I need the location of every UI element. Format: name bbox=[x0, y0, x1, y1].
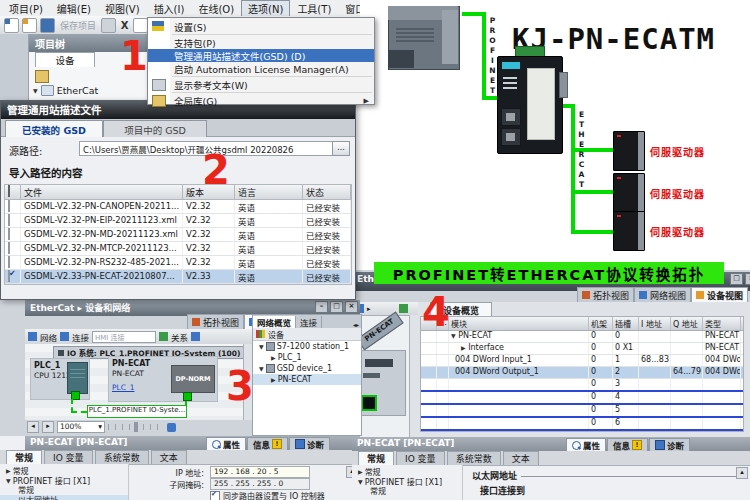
print-icon[interactable] bbox=[101, 18, 116, 33]
table-row[interactable]: 06 bbox=[421, 418, 743, 431]
scroll-left-icon[interactable]: ◂ bbox=[27, 421, 39, 433]
close-icon[interactable]: × bbox=[745, 273, 750, 285]
chevron-down-icon[interactable]: ▼ bbox=[451, 332, 456, 339]
subtab-constants[interactable]: 系统常数 bbox=[95, 450, 149, 464]
col-type[interactable]: 类型 bbox=[703, 317, 741, 330]
table-row[interactable]: 004 DWord Input_1 01 68...83 004 DWord I… bbox=[421, 355, 743, 367]
col-i-address[interactable]: I 地址 bbox=[639, 317, 671, 330]
tab-scroll-icons[interactable]: ◂▸ bbox=[353, 321, 361, 328]
scroll-right-icon[interactable]: ▸ bbox=[42, 421, 54, 433]
open-project-icon[interactable] bbox=[22, 18, 37, 33]
row-checkbox[interactable] bbox=[8, 228, 10, 240]
row-checkbox-checked[interactable] bbox=[8, 270, 10, 282]
fit-view-icon[interactable] bbox=[167, 423, 176, 432]
tab-installed-gsd[interactable]: 已安装的 GSD bbox=[5, 120, 103, 137]
network-mode-label[interactable]: 网络 bbox=[40, 331, 57, 343]
menu-item-license-manager[interactable]: 启动 Automation License Manager(A) bbox=[148, 62, 374, 75]
table-row[interactable]: GSDML-V2.32-PN-CANOPEN-20211...V2.32 英语已… bbox=[5, 200, 351, 214]
menu-insert[interactable]: 插入(I) bbox=[147, 0, 192, 17]
menu-project[interactable]: 项目(P) bbox=[2, 0, 50, 17]
zoom-select[interactable]: 100%▾ bbox=[57, 421, 105, 433]
connections-mode-label[interactable]: 连接 bbox=[72, 331, 89, 343]
subtab-general[interactable]: 常规 bbox=[358, 451, 394, 465]
tree-item-plc1[interactable]: ▶ PLC_1 bbox=[253, 352, 361, 363]
tree-item-station[interactable]: ▼ S7-1200 station_1 bbox=[253, 341, 361, 352]
table-row[interactable]: ▶ Interface 00 X1 PN-ECAT bbox=[421, 343, 743, 355]
tab-network-overview[interactable]: 网络概览 bbox=[253, 316, 296, 328]
tab-properties[interactable]: 属性 bbox=[206, 437, 246, 451]
menu-tools[interactable]: 工具(T) bbox=[290, 0, 338, 17]
save-project-icon[interactable] bbox=[40, 18, 55, 33]
row-checkbox[interactable] bbox=[8, 214, 10, 226]
table-row-selected[interactable]: GSDML-V2.33-PN-ECAT-20210807...V2.33 英语已… bbox=[5, 270, 351, 284]
subtab-io-tags[interactable]: IO 变量 bbox=[44, 450, 93, 464]
table-row[interactable]: 05 bbox=[421, 405, 743, 418]
select-all-cell[interactable] bbox=[5, 185, 21, 199]
tab-info[interactable]: 信息 ! bbox=[247, 437, 288, 451]
add-device-icon[interactable] bbox=[35, 70, 49, 83]
table-row[interactable]: 03 bbox=[421, 379, 743, 392]
menu-item-global-libraries[interactable]: 全局库(G) ▶ bbox=[148, 94, 374, 107]
col-q-address[interactable]: Q 地址 bbox=[671, 317, 703, 330]
tab-topology-view[interactable]: 拓扑视图 bbox=[187, 314, 244, 329]
table-row[interactable]: GSDML-V2.32-PN-MD-20211123.xmlV2.32 英语已经… bbox=[5, 228, 351, 242]
network-mode-icon[interactable] bbox=[28, 332, 37, 341]
subtab-constants[interactable]: 系统常数 bbox=[447, 451, 501, 465]
col-status[interactable]: 状态 bbox=[303, 185, 351, 199]
network-canvas[interactable]: IO 系统: PLC_1.PROFINET IO-System (100) PL… bbox=[25, 344, 243, 420]
col-module[interactable]: 模块 bbox=[449, 317, 589, 330]
minimize-icon[interactable]: – bbox=[315, 301, 328, 313]
tab-network-view[interactable]: 网络视图 bbox=[634, 287, 691, 302]
row-checkbox[interactable] bbox=[8, 242, 10, 254]
browse-button[interactable]: ... bbox=[332, 141, 350, 156]
tab-connections[interactable]: 连接 bbox=[296, 316, 322, 328]
subnet-input[interactable]: 255 . 255 . 255 . 0 bbox=[210, 478, 310, 490]
tab-topology-view[interactable]: 拓扑视图 bbox=[577, 287, 634, 302]
split-view-icon[interactable] bbox=[399, 304, 408, 313]
col-slot[interactable]: 插槽 bbox=[613, 317, 639, 330]
subtab-io-tags[interactable]: IO 变量 bbox=[396, 451, 445, 465]
sync-router-checkbox[interactable] bbox=[210, 491, 220, 500]
relations-label[interactable]: 关系 bbox=[171, 331, 188, 343]
tree-item-general-sub[interactable]: 常规 bbox=[352, 486, 462, 496]
tab-project-gsd[interactable]: 项目中的 GSD bbox=[103, 120, 207, 137]
select-all-icon[interactable] bbox=[8, 185, 10, 197]
module-port-green[interactable] bbox=[361, 395, 377, 411]
gateway-controller-link[interactable]: PLC_1 bbox=[112, 383, 134, 392]
chevron-right-icon[interactable]: ▸ bbox=[367, 305, 371, 313]
table-row[interactable]: GSDML-V2.32-PN-RS232-485-2021...V2.32 英语… bbox=[5, 256, 351, 270]
connections-mode-icon[interactable] bbox=[60, 332, 69, 341]
subtab-texts[interactable]: 文本 bbox=[151, 450, 187, 464]
show-addresses-icon[interactable] bbox=[191, 332, 200, 341]
menu-item-manage-gsd[interactable]: 管理通用站描述文件(GSD) (D) bbox=[148, 49, 374, 62]
tab-devices[interactable]: 设备 bbox=[35, 52, 95, 67]
tab-diagnostics[interactable]: 诊断 bbox=[649, 438, 690, 452]
tree-item-ethercat[interactable]: ▼ EtherCat bbox=[33, 85, 98, 96]
device-pane-vscrollbar[interactable] bbox=[409, 315, 418, 442]
tree-item-pn-ecat[interactable]: ▶ PN-ECAT bbox=[253, 374, 361, 385]
cut-icon[interactable]: X bbox=[119, 20, 130, 31]
tree-item-ethernet-address[interactable]: 以太网地址 bbox=[0, 495, 128, 500]
chevron-right-icon[interactable]: ▶ bbox=[461, 344, 466, 351]
tab-info[interactable]: 信息 ! bbox=[607, 438, 648, 452]
table-row[interactable]: GSDML-V2.32-PN-EIP-20211123.xmlV2.32 英语已… bbox=[5, 214, 351, 228]
col-lang[interactable]: 语言 bbox=[235, 185, 303, 199]
menu-options[interactable]: 选项(N) bbox=[241, 0, 290, 17]
row-checkbox[interactable] bbox=[8, 256, 10, 268]
new-project-icon[interactable] bbox=[4, 18, 19, 33]
save-project-label[interactable]: 保存项目 bbox=[60, 19, 96, 32]
maximize-icon[interactable]: □ bbox=[730, 273, 743, 285]
gateway-port-green[interactable] bbox=[183, 392, 192, 401]
tab-diagnostics[interactable]: 诊断 bbox=[289, 437, 330, 451]
connection-type-combo[interactable]: HMI 连接 bbox=[92, 331, 156, 343]
tree-item-gsd-device[interactable]: ▼ GSD device_1 bbox=[253, 363, 361, 374]
menu-item-support-packages[interactable]: 支持包(P) bbox=[148, 36, 374, 49]
close-icon[interactable]: × bbox=[345, 301, 358, 313]
menu-item-show-reference[interactable]: 显示参考文本(W) bbox=[148, 78, 374, 91]
tree-item-profinet-interface[interactable]: ▼PROFINET 接口 [X1] bbox=[352, 477, 462, 487]
device-module-graphic[interactable] bbox=[358, 350, 406, 416]
menu-item-settings[interactable]: 设置(S) bbox=[148, 20, 374, 33]
menu-edit[interactable]: 编辑(E) bbox=[50, 0, 98, 17]
relations-icon[interactable] bbox=[159, 332, 168, 341]
table-row-selected[interactable]: 004 DWord Output_1 02 64...79 004 DWord … bbox=[421, 367, 743, 379]
